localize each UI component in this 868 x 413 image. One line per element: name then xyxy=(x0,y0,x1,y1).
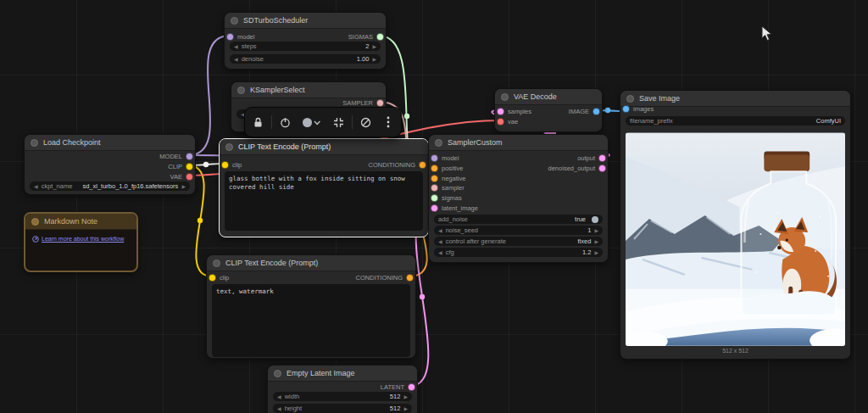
width-stepper[interactable]: width 512 xyxy=(273,392,412,401)
clip-port-icon[interactable] xyxy=(186,163,193,170)
height-stepper[interactable]: height 512 xyxy=(273,404,412,413)
noise-seed-stepper[interactable]: noise_seed 1 xyxy=(434,226,603,235)
input-port-vae[interactable]: vae xyxy=(497,117,518,126)
vae-port-icon[interactable] xyxy=(497,118,504,126)
node-load-checkpoint[interactable]: Load Checkpoint MODEL CLIP VAE ckpt_name… xyxy=(24,134,196,195)
next-icon[interactable] xyxy=(181,182,186,190)
input-port-model[interactable]: model xyxy=(226,32,254,41)
output-port-conditioning[interactable]: CONDITIONING xyxy=(369,160,426,169)
image-port-icon[interactable] xyxy=(593,108,600,115)
collapse-dot-icon[interactable] xyxy=(213,260,220,267)
input-port-latent-image[interactable]: latent_image xyxy=(431,204,478,212)
node-header[interactable]: SDTurboScheduler xyxy=(225,13,386,29)
node-vae-decode[interactable]: VAE Decode samples vae IMAGE xyxy=(494,88,603,132)
power-icon[interactable] xyxy=(275,113,294,131)
collapse-dot-icon[interactable] xyxy=(31,139,38,147)
input-port-positive[interactable]: positive xyxy=(431,164,463,172)
node-empty-latent-image[interactable]: Empty Latent Image LATENT width 512 heig… xyxy=(267,365,418,413)
sampler-port-icon[interactable] xyxy=(431,184,438,192)
sampler-port-icon[interactable] xyxy=(376,99,384,107)
steps-stepper[interactable]: steps 2 xyxy=(230,42,381,51)
conditioning-port-icon[interactable] xyxy=(419,161,426,169)
collapse-dot-icon[interactable] xyxy=(626,95,634,103)
denoise-stepper[interactable]: denoise 1.00 xyxy=(230,54,381,64)
collapse-dot-icon[interactable] xyxy=(237,87,245,94)
collapse-dot-icon[interactable] xyxy=(231,17,238,25)
collapse-dot-icon[interactable] xyxy=(501,93,509,101)
node-header[interactable]: CLIP Text Encode (Prompt) xyxy=(207,255,415,271)
node-header[interactable]: VAE Decode xyxy=(495,89,602,105)
input-port-clip[interactable]: clip xyxy=(209,273,229,282)
output-port-conditioning[interactable]: CONDITIONING xyxy=(356,273,414,282)
output-port-sampler[interactable]: SAMPLER xyxy=(342,98,384,107)
latent-port-icon[interactable] xyxy=(598,154,606,162)
decrement-icon[interactable] xyxy=(234,42,238,50)
cfg-stepper[interactable]: cfg 1.2 xyxy=(434,248,603,257)
bypass-icon[interactable] xyxy=(356,113,375,131)
ckpt-name-selector[interactable]: ckpt_name sd_xl_turbo_1.0_fp16.safetenso… xyxy=(30,181,190,191)
vae-port-icon[interactable] xyxy=(186,173,193,181)
collapse-dot-icon[interactable] xyxy=(31,218,39,226)
clip-port-icon[interactable] xyxy=(209,274,216,282)
node-header[interactable]: Empty Latent Image xyxy=(268,366,417,382)
conditioning-port-icon[interactable] xyxy=(431,165,438,172)
next-icon[interactable] xyxy=(594,237,598,245)
input-port-model[interactable]: model xyxy=(431,153,459,162)
output-port-vae[interactable]: VAE xyxy=(170,172,193,181)
workflow-link[interactable]: Learn more about this workflow xyxy=(32,236,124,243)
node-graph-canvas[interactable]: SDTurboScheduler model SIGMAS steps 2 de… xyxy=(0,0,868,413)
increment-icon[interactable] xyxy=(372,42,376,50)
sigmas-port-icon[interactable] xyxy=(431,194,438,202)
control-after-generate-selector[interactable]: control after generate fixed xyxy=(434,237,603,246)
node-header[interactable]: CLIP Text Encode (Prompt) xyxy=(220,139,428,155)
increment-icon[interactable] xyxy=(403,405,408,412)
output-port-output[interactable]: output xyxy=(577,153,606,162)
prompt-textarea[interactable]: text, watermark xyxy=(212,284,410,357)
model-port-icon[interactable] xyxy=(226,33,234,41)
latent-port-icon[interactable] xyxy=(431,204,438,212)
collapse-dot-icon[interactable] xyxy=(225,143,233,151)
latent-port-icon[interactable] xyxy=(408,383,415,391)
node-header[interactable]: Save Image xyxy=(620,91,850,107)
model-port-icon[interactable] xyxy=(186,153,193,160)
output-port-image[interactable]: IMAGE xyxy=(569,107,600,115)
increment-icon[interactable] xyxy=(372,55,376,63)
node-clip-text-encode-negative[interactable]: CLIP Text Encode (Prompt) clip CONDITION… xyxy=(206,254,416,359)
input-port-images[interactable]: images xyxy=(622,104,654,113)
node-header[interactable]: Markdown Note xyxy=(25,214,136,230)
collapse-dot-icon[interactable] xyxy=(274,370,281,377)
clip-port-icon[interactable] xyxy=(221,161,229,169)
increment-icon[interactable] xyxy=(594,248,598,256)
conditioning-port-icon[interactable] xyxy=(406,274,414,282)
increment-icon[interactable] xyxy=(594,226,598,234)
previous-icon[interactable] xyxy=(34,182,38,190)
output-port-denoised-output[interactable]: denoised_output xyxy=(548,164,606,172)
decrement-icon[interactable] xyxy=(277,393,281,400)
image-port-icon[interactable] xyxy=(622,105,630,113)
node-save-image[interactable]: Save Image images filename_prefix ComfyU… xyxy=(620,90,851,360)
model-port-icon[interactable] xyxy=(431,154,438,162)
more-options-icon[interactable] xyxy=(379,113,398,131)
add-noise-toggle[interactable]: add_noise true xyxy=(434,215,603,224)
output-port-clip[interactable]: CLIP xyxy=(168,162,193,170)
input-port-sigmas[interactable]: sigmas xyxy=(431,193,462,202)
toggle-knob-icon[interactable] xyxy=(592,216,598,223)
decrement-icon[interactable] xyxy=(277,405,281,412)
latent-port-icon[interactable] xyxy=(598,165,606,172)
node-sampler-custom[interactable]: SamplerCustom model positive negative sa… xyxy=(428,134,609,263)
output-port-sigmas[interactable]: SIGMAS xyxy=(348,32,384,41)
collapse-icon[interactable] xyxy=(329,113,348,131)
filename-prefix-field[interactable]: filename_prefix ComfyUI xyxy=(626,116,845,126)
lock-icon[interactable] xyxy=(248,113,267,131)
latent-port-icon[interactable] xyxy=(497,108,504,115)
collapse-dot-icon[interactable] xyxy=(435,139,442,147)
output-port-latent[interactable]: LATENT xyxy=(381,382,415,391)
node-header[interactable]: KSamplerSelect xyxy=(231,82,386,98)
input-port-clip[interactable]: clip xyxy=(221,160,242,169)
sigmas-port-icon[interactable] xyxy=(376,33,384,41)
generated-image-preview[interactable] xyxy=(626,132,845,346)
node-sdturboscheduler[interactable]: SDTurboScheduler model SIGMAS steps 2 de… xyxy=(224,12,387,70)
conditioning-port-icon[interactable] xyxy=(431,175,438,182)
decrement-icon[interactable] xyxy=(234,55,238,63)
node-header[interactable]: Load Checkpoint xyxy=(25,135,195,151)
